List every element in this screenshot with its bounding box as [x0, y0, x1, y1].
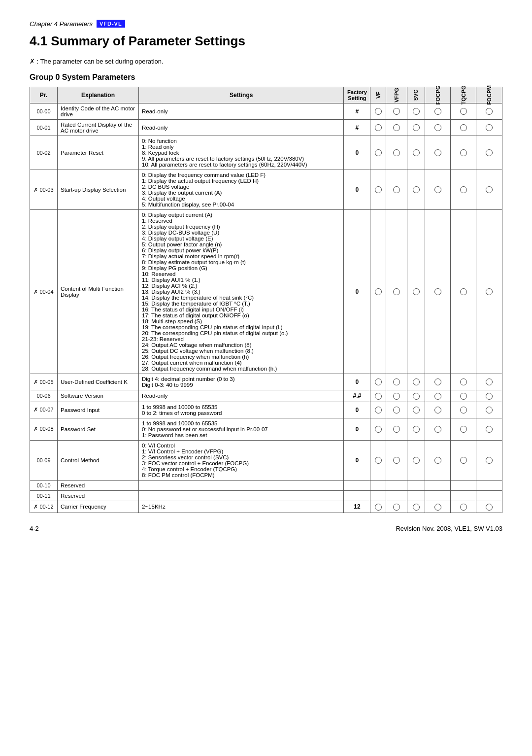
cell-mode-2: [407, 120, 425, 136]
mode-circle: [375, 149, 382, 156]
cell-factory: #: [344, 120, 370, 136]
table-row: 00-02Parameter Reset0: No function 1: Re…: [30, 136, 502, 170]
table-row: 00-06Software VersionRead-only#.#: [30, 390, 502, 402]
cell-mode-5: [476, 390, 502, 402]
mode-circle: [486, 407, 493, 413]
cell-factory: [344, 480, 370, 490]
cell-mode-4: [451, 103, 476, 120]
cell-mode-4: [451, 480, 476, 490]
cell-mode-3: [425, 501, 451, 513]
mode-circle: [413, 426, 420, 433]
cell-mode-0: [370, 402, 386, 418]
cell-pr: 00-02: [30, 136, 58, 170]
header-vf: VF: [370, 87, 386, 103]
cell-explanation: Content of Multi Function Display: [58, 210, 139, 374]
mode-circle: [413, 186, 420, 193]
table-row: 00-09Control Method0: V/f Control 1: V/f…: [30, 440, 502, 480]
cell-mode-5: [476, 120, 502, 136]
cell-mode-1: [386, 210, 407, 374]
mode-circle: [375, 186, 382, 193]
mode-circle: [413, 504, 420, 511]
cell-pr: 00-01: [30, 120, 58, 136]
header-svc: SVC: [407, 87, 425, 103]
cell-mode-3: [425, 210, 451, 374]
cell-mode-1: [386, 490, 407, 501]
cell-mode-4: [451, 490, 476, 501]
cell-settings: 2~15KHz: [139, 501, 344, 513]
cell-settings: 0: No function 1: Read only 8: Keypad lo…: [139, 136, 344, 170]
mode-circle: [434, 108, 441, 115]
mode-circle: [434, 407, 441, 413]
mode-circle: [393, 186, 400, 193]
cell-explanation: User-Defined Coefficient K: [58, 374, 139, 390]
header-pr: Pr.: [30, 87, 58, 103]
cell-mode-1: [386, 390, 407, 402]
cell-pr: 00-00: [30, 103, 58, 120]
cell-mode-3: [425, 390, 451, 402]
cell-pr: ✗ 00-03: [30, 170, 58, 210]
mode-circle: [375, 378, 382, 385]
mode-circle: [434, 378, 441, 385]
cell-mode-1: [386, 480, 407, 490]
cell-mode-2: [407, 402, 425, 418]
cell-mode-5: [476, 480, 502, 490]
mode-circle: [393, 124, 400, 131]
mode-circle: [375, 457, 382, 464]
cell-settings: [139, 490, 344, 501]
cell-factory: 0: [344, 402, 370, 418]
cell-mode-1: [386, 120, 407, 136]
cell-explanation: Reserved: [58, 480, 139, 490]
cell-settings: 0: V/f Control 1: V/f Control + Encoder …: [139, 440, 344, 480]
cell-settings: Read-only: [139, 390, 344, 402]
cell-factory: 0: [344, 374, 370, 390]
cell-factory: 0: [344, 170, 370, 210]
cell-mode-2: [407, 210, 425, 374]
cell-mode-0: [370, 490, 386, 501]
cell-factory: #.#: [344, 390, 370, 402]
cell-mode-4: [451, 374, 476, 390]
mode-circle: [393, 457, 400, 464]
cell-settings: 1 to 9998 and 10000 to 65535 0 to 2: tim…: [139, 402, 344, 418]
cell-pr: 00-06: [30, 390, 58, 402]
mode-circle: [413, 407, 420, 413]
mode-circle: [486, 393, 493, 400]
cell-pr: ✗ 00-12: [30, 501, 58, 513]
mode-circle: [375, 288, 382, 295]
mode-circle: [375, 393, 382, 400]
mode-circle: [434, 186, 441, 193]
mode-circle: [375, 407, 382, 413]
cell-settings: Read-only: [139, 103, 344, 120]
cell-explanation: Software Version: [58, 390, 139, 402]
footer-left: 4-2: [30, 525, 39, 532]
cell-mode-3: [425, 136, 451, 170]
cell-mode-5: [476, 374, 502, 390]
cell-mode-1: [386, 440, 407, 480]
mode-circle: [486, 426, 493, 433]
mode-circle: [393, 378, 400, 385]
cell-mode-4: [451, 418, 476, 440]
cell-pr: 00-09: [30, 440, 58, 480]
mode-circle: [413, 457, 420, 464]
mode-circle: [413, 108, 420, 115]
mode-circle: [413, 124, 420, 131]
header-settings: Settings: [139, 87, 344, 103]
cell-factory: 0: [344, 210, 370, 374]
table-row: ✗ 00-04Content of Multi Function Display…: [30, 210, 502, 374]
cell-mode-4: [451, 170, 476, 210]
cell-mode-3: [425, 120, 451, 136]
mode-circle: [460, 393, 467, 400]
header-tqcpg: TQCPG: [451, 87, 476, 103]
mode-circle: [460, 378, 467, 385]
cell-mode-0: [370, 210, 386, 374]
cell-factory: #: [344, 103, 370, 120]
cell-mode-4: [451, 501, 476, 513]
cell-pr: 00-10: [30, 480, 58, 490]
cell-mode-4: [451, 390, 476, 402]
cell-mode-3: [425, 103, 451, 120]
mode-circle: [460, 407, 467, 413]
cell-mode-4: [451, 210, 476, 374]
footer-right: Revision Nov. 2008, VLE1, SW V1.03: [396, 525, 502, 532]
cell-mode-0: [370, 170, 386, 210]
mode-circle: [486, 186, 493, 193]
cell-mode-1: [386, 170, 407, 210]
